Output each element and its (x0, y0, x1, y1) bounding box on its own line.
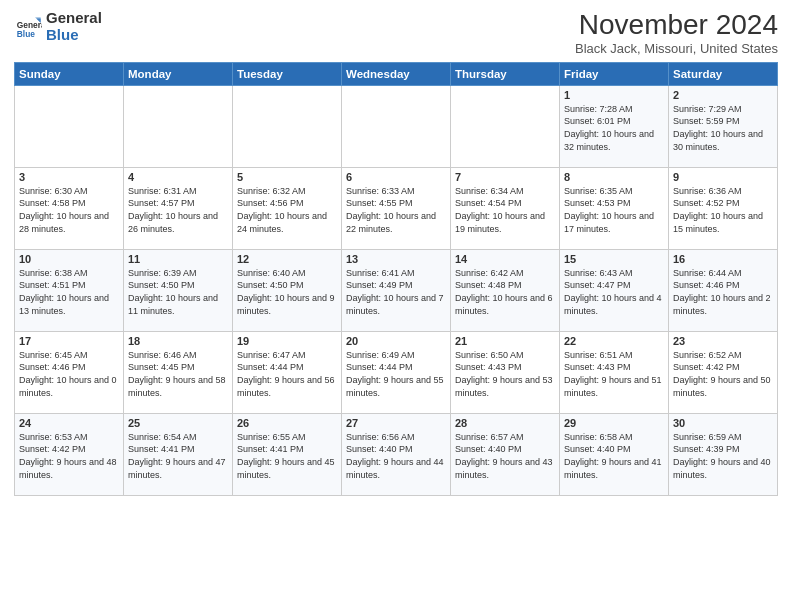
calendar-cell: 17Sunrise: 6:45 AM Sunset: 4:46 PM Dayli… (15, 331, 124, 413)
calendar-cell: 4Sunrise: 6:31 AM Sunset: 4:57 PM Daylig… (124, 167, 233, 249)
weekday-header-saturday: Saturday (669, 62, 778, 85)
page: General Blue General Blue November 2024 … (0, 0, 792, 612)
day-number: 18 (128, 335, 228, 347)
day-number: 23 (673, 335, 773, 347)
calendar: SundayMondayTuesdayWednesdayThursdayFrid… (14, 62, 778, 496)
calendar-cell: 19Sunrise: 6:47 AM Sunset: 4:44 PM Dayli… (233, 331, 342, 413)
calendar-cell: 30Sunrise: 6:59 AM Sunset: 4:39 PM Dayli… (669, 413, 778, 495)
calendar-cell (124, 85, 233, 167)
day-number: 29 (564, 417, 664, 429)
calendar-cell: 9Sunrise: 6:36 AM Sunset: 4:52 PM Daylig… (669, 167, 778, 249)
weekday-header-wednesday: Wednesday (342, 62, 451, 85)
logo-line2: Blue (46, 27, 102, 44)
calendar-cell: 10Sunrise: 6:38 AM Sunset: 4:51 PM Dayli… (15, 249, 124, 331)
day-number: 10 (19, 253, 119, 265)
day-number: 22 (564, 335, 664, 347)
calendar-cell: 25Sunrise: 6:54 AM Sunset: 4:41 PM Dayli… (124, 413, 233, 495)
week-row-3: 17Sunrise: 6:45 AM Sunset: 4:46 PM Dayli… (15, 331, 778, 413)
day-number: 12 (237, 253, 337, 265)
day-number: 27 (346, 417, 446, 429)
weekday-header-monday: Monday (124, 62, 233, 85)
day-number: 28 (455, 417, 555, 429)
month-title: November 2024 (575, 10, 778, 41)
day-number: 21 (455, 335, 555, 347)
day-info: Sunrise: 6:53 AM Sunset: 4:42 PM Dayligh… (19, 431, 119, 481)
calendar-cell: 24Sunrise: 6:53 AM Sunset: 4:42 PM Dayli… (15, 413, 124, 495)
day-info: Sunrise: 6:34 AM Sunset: 4:54 PM Dayligh… (455, 185, 555, 235)
calendar-cell (233, 85, 342, 167)
location: Black Jack, Missouri, United States (575, 41, 778, 56)
day-info: Sunrise: 6:52 AM Sunset: 4:42 PM Dayligh… (673, 349, 773, 399)
day-number: 17 (19, 335, 119, 347)
day-number: 8 (564, 171, 664, 183)
weekday-header-friday: Friday (560, 62, 669, 85)
day-info: Sunrise: 7:29 AM Sunset: 5:59 PM Dayligh… (673, 103, 773, 153)
day-info: Sunrise: 6:54 AM Sunset: 4:41 PM Dayligh… (128, 431, 228, 481)
calendar-cell: 16Sunrise: 6:44 AM Sunset: 4:46 PM Dayli… (669, 249, 778, 331)
day-number: 25 (128, 417, 228, 429)
day-info: Sunrise: 6:58 AM Sunset: 4:40 PM Dayligh… (564, 431, 664, 481)
day-number: 4 (128, 171, 228, 183)
calendar-cell: 6Sunrise: 6:33 AM Sunset: 4:55 PM Daylig… (342, 167, 451, 249)
day-number: 13 (346, 253, 446, 265)
calendar-cell: 14Sunrise: 6:42 AM Sunset: 4:48 PM Dayli… (451, 249, 560, 331)
day-info: Sunrise: 6:43 AM Sunset: 4:47 PM Dayligh… (564, 267, 664, 317)
day-info: Sunrise: 6:41 AM Sunset: 4:49 PM Dayligh… (346, 267, 446, 317)
day-info: Sunrise: 6:30 AM Sunset: 4:58 PM Dayligh… (19, 185, 119, 235)
calendar-cell: 29Sunrise: 6:58 AM Sunset: 4:40 PM Dayli… (560, 413, 669, 495)
calendar-cell: 2Sunrise: 7:29 AM Sunset: 5:59 PM Daylig… (669, 85, 778, 167)
day-info: Sunrise: 6:51 AM Sunset: 4:43 PM Dayligh… (564, 349, 664, 399)
day-number: 9 (673, 171, 773, 183)
calendar-cell: 1Sunrise: 7:28 AM Sunset: 6:01 PM Daylig… (560, 85, 669, 167)
week-row-0: 1Sunrise: 7:28 AM Sunset: 6:01 PM Daylig… (15, 85, 778, 167)
weekday-header-tuesday: Tuesday (233, 62, 342, 85)
calendar-cell: 21Sunrise: 6:50 AM Sunset: 4:43 PM Dayli… (451, 331, 560, 413)
day-number: 19 (237, 335, 337, 347)
calendar-cell: 15Sunrise: 6:43 AM Sunset: 4:47 PM Dayli… (560, 249, 669, 331)
day-info: Sunrise: 6:47 AM Sunset: 4:44 PM Dayligh… (237, 349, 337, 399)
day-number: 20 (346, 335, 446, 347)
week-row-2: 10Sunrise: 6:38 AM Sunset: 4:51 PM Dayli… (15, 249, 778, 331)
day-info: Sunrise: 6:33 AM Sunset: 4:55 PM Dayligh… (346, 185, 446, 235)
calendar-cell: 7Sunrise: 6:34 AM Sunset: 4:54 PM Daylig… (451, 167, 560, 249)
day-info: Sunrise: 6:35 AM Sunset: 4:53 PM Dayligh… (564, 185, 664, 235)
week-row-4: 24Sunrise: 6:53 AM Sunset: 4:42 PM Dayli… (15, 413, 778, 495)
calendar-cell (15, 85, 124, 167)
day-info: Sunrise: 6:57 AM Sunset: 4:40 PM Dayligh… (455, 431, 555, 481)
weekday-header-sunday: Sunday (15, 62, 124, 85)
calendar-cell: 26Sunrise: 6:55 AM Sunset: 4:41 PM Dayli… (233, 413, 342, 495)
calendar-cell: 5Sunrise: 6:32 AM Sunset: 4:56 PM Daylig… (233, 167, 342, 249)
day-info: Sunrise: 6:39 AM Sunset: 4:50 PM Dayligh… (128, 267, 228, 317)
day-info: Sunrise: 6:46 AM Sunset: 4:45 PM Dayligh… (128, 349, 228, 399)
day-info: Sunrise: 6:55 AM Sunset: 4:41 PM Dayligh… (237, 431, 337, 481)
svg-text:Blue: Blue (17, 28, 35, 38)
day-info: Sunrise: 6:45 AM Sunset: 4:46 PM Dayligh… (19, 349, 119, 399)
calendar-cell (342, 85, 451, 167)
logo: General Blue General Blue (14, 10, 102, 43)
calendar-cell: 11Sunrise: 6:39 AM Sunset: 4:50 PM Dayli… (124, 249, 233, 331)
calendar-cell: 3Sunrise: 6:30 AM Sunset: 4:58 PM Daylig… (15, 167, 124, 249)
day-info: Sunrise: 6:42 AM Sunset: 4:48 PM Dayligh… (455, 267, 555, 317)
day-info: Sunrise: 6:59 AM Sunset: 4:39 PM Dayligh… (673, 431, 773, 481)
day-info: Sunrise: 6:38 AM Sunset: 4:51 PM Dayligh… (19, 267, 119, 317)
day-info: Sunrise: 6:40 AM Sunset: 4:50 PM Dayligh… (237, 267, 337, 317)
day-number: 1 (564, 89, 664, 101)
day-info: Sunrise: 6:56 AM Sunset: 4:40 PM Dayligh… (346, 431, 446, 481)
calendar-cell: 27Sunrise: 6:56 AM Sunset: 4:40 PM Dayli… (342, 413, 451, 495)
title-block: November 2024 Black Jack, Missouri, Unit… (575, 10, 778, 56)
day-number: 7 (455, 171, 555, 183)
day-number: 24 (19, 417, 119, 429)
day-info: Sunrise: 6:32 AM Sunset: 4:56 PM Dayligh… (237, 185, 337, 235)
header: General Blue General Blue November 2024 … (14, 10, 778, 56)
logo-line1: General (46, 10, 102, 27)
day-number: 11 (128, 253, 228, 265)
calendar-cell: 20Sunrise: 6:49 AM Sunset: 4:44 PM Dayli… (342, 331, 451, 413)
day-number: 14 (455, 253, 555, 265)
logo-icon: General Blue (14, 13, 42, 41)
day-info: Sunrise: 7:28 AM Sunset: 6:01 PM Dayligh… (564, 103, 664, 153)
day-number: 2 (673, 89, 773, 101)
calendar-cell: 28Sunrise: 6:57 AM Sunset: 4:40 PM Dayli… (451, 413, 560, 495)
day-info: Sunrise: 6:50 AM Sunset: 4:43 PM Dayligh… (455, 349, 555, 399)
day-number: 3 (19, 171, 119, 183)
week-row-1: 3Sunrise: 6:30 AM Sunset: 4:58 PM Daylig… (15, 167, 778, 249)
